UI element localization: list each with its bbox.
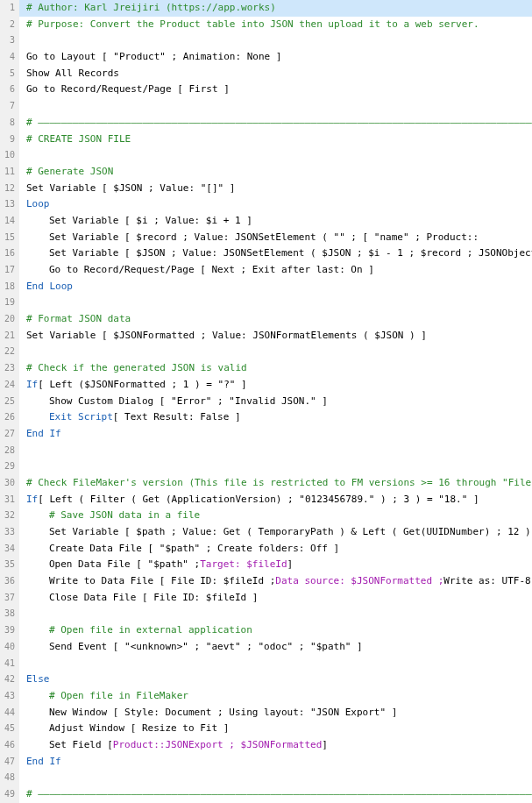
code-line[interactable]: 3 — [0, 32, 532, 49]
code-line[interactable]: 42Else — [0, 672, 532, 688]
code-line[interactable]: 19 — [0, 295, 532, 311]
code-line[interactable]: 41 — [0, 656, 532, 672]
code-line[interactable]: 37Close Data File [ File ID: $fileId ] — [0, 590, 532, 607]
code-line[interactable]: 25Show Custom Dialog [ "Error" ; "Invali… — [0, 394, 532, 410]
code-line[interactable]: 29 — [0, 458, 532, 475]
code-content[interactable] — [19, 458, 532, 475]
code-content[interactable] — [19, 32, 532, 49]
code-content[interactable]: # Open file in FileMaker — [19, 688, 532, 705]
code-content[interactable] — [19, 344, 532, 360]
code-line[interactable]: 2# Purpose: Convert the Product table in… — [0, 17, 532, 33]
code-content[interactable]: Create Data File [ "$path" ; Create fold… — [19, 541, 532, 558]
code-line[interactable]: 11# Generate JSON — [0, 164, 532, 181]
code-line[interactable]: 23# Check if the generated JSON is valid — [0, 360, 532, 377]
code-line[interactable]: 6Go to Record/Request/Page [ First ] — [0, 82, 532, 98]
code-line[interactable]: 28 — [0, 443, 532, 459]
code-line[interactable]: 32# Save JSON data in a file — [0, 508, 532, 524]
code-line[interactable]: 21Set Variable [ $JSONFormatted ; Value:… — [0, 328, 532, 345]
code-line[interactable]: 1# Author: Karl Jreijiri (https://app.wo… — [0, 0, 532, 17]
code-content[interactable]: Set Variable [ $record ; Value: JSONSetE… — [19, 230, 532, 246]
code-content[interactable] — [19, 98, 532, 115]
code-line[interactable]: 31If [ Left ( Filter ( Get (ApplicationV… — [0, 492, 532, 508]
code-content[interactable]: Go to Record/Request/Page [ First ] — [19, 82, 532, 98]
code-content[interactable]: New Window [ Style: Document ; Using lay… — [19, 705, 532, 721]
code-content[interactable]: Set Variable [ $JSON ; Value: JSONSetEle… — [19, 245, 532, 262]
code-line[interactable]: 9# CREATE JSON FILE — [0, 131, 532, 148]
code-content[interactable]: Else — [19, 672, 532, 688]
code-content[interactable]: Open Data File [ "$path" ; Target: $file… — [19, 557, 532, 573]
code-line[interactable]: 43# Open file in FileMaker — [0, 688, 532, 705]
code-line[interactable]: 18End Loop — [0, 279, 532, 295]
code-content[interactable]: # Check if the generated JSON is valid — [19, 360, 532, 377]
code-line[interactable]: 36Write to Data File [ File ID: $fileId … — [0, 573, 532, 590]
code-content[interactable]: # Generate JSON — [19, 164, 532, 181]
code-line[interactable]: 13Loop — [0, 196, 532, 213]
code-content[interactable] — [19, 770, 532, 786]
code-content[interactable]: # Author: Karl Jreijiri (https://app.wor… — [19, 0, 532, 17]
code-line[interactable]: 47End If — [0, 754, 532, 771]
code-content[interactable]: # Check FileMaker's version (This file i… — [19, 475, 532, 492]
code-line[interactable]: 22 — [0, 344, 532, 360]
code-editor[interactable]: 1# Author: Karl Jreijiri (https://app.wo… — [0, 0, 532, 803]
code-line[interactable]: 30# Check FileMaker's version (This file… — [0, 475, 532, 492]
code-content[interactable]: # ——————————————————————————————————————… — [19, 115, 532, 131]
code-line[interactable]: 38 — [0, 606, 532, 622]
code-content[interactable] — [19, 656, 532, 672]
code-content[interactable]: Set Variable [ $i ; Value: $i + 1 ] — [19, 213, 532, 230]
code-line[interactable]: 8# —————————————————————————————————————… — [0, 115, 532, 131]
code-line[interactable]: 48 — [0, 770, 532, 786]
code-content[interactable] — [19, 443, 532, 459]
code-content[interactable]: Set Variable [ $path ; Value: Get ( Temp… — [19, 524, 532, 541]
code-content[interactable]: End If — [19, 426, 532, 443]
code-line[interactable]: 46Set Field [ Product::JSONExport ; $JSO… — [0, 737, 532, 754]
code-content[interactable]: Loop — [19, 196, 532, 213]
code-content[interactable]: Show Custom Dialog [ "Error" ; "Invalid … — [19, 394, 532, 410]
code-content[interactable]: If [ Left ($JSONFormatted ; 1 ) = "?" ] — [19, 377, 532, 394]
code-line[interactable]: 15Set Variable [ $record ; Value: JSONSe… — [0, 230, 532, 246]
code-content[interactable]: If [ Left ( Filter ( Get (ApplicationVer… — [19, 492, 532, 508]
code-line[interactable]: 39# Open file in external application — [0, 622, 532, 639]
code-content[interactable]: # Save JSON data in a file — [19, 508, 532, 524]
code-line[interactable]: 44New Window [ Style: Document ; Using l… — [0, 705, 532, 721]
code-content[interactable]: Go to Layout [ "Product" ; Animation: No… — [19, 49, 532, 66]
code-content[interactable]: Send Event [ "<unknown>" ; "aevt" ; "odo… — [19, 639, 532, 656]
code-line[interactable]: 26Exit Script [ Text Result: False ] — [0, 409, 532, 426]
code-line[interactable]: 40Send Event [ "<unknown>" ; "aevt" ; "o… — [0, 639, 532, 656]
code-segment: New Window [ Style: Document ; Using lay… — [49, 705, 397, 721]
code-line[interactable]: 12Set Variable [ $JSON ; Value: "[]" ] — [0, 181, 532, 197]
code-content[interactable]: # Purpose: Convert the Product table int… — [19, 17, 532, 33]
code-line[interactable]: 33Set Variable [ $path ; Value: Get ( Te… — [0, 524, 532, 541]
code-content[interactable]: Set Variable [ $JSONFormatted ; Value: J… — [19, 328, 532, 345]
code-line[interactable]: 45Adjust Window [ Resize to Fit ] — [0, 721, 532, 737]
code-line[interactable]: 4Go to Layout [ "Product" ; Animation: N… — [0, 49, 532, 66]
code-line[interactable]: 7 — [0, 98, 532, 115]
code-content[interactable]: Adjust Window [ Resize to Fit ] — [19, 721, 532, 737]
code-content[interactable] — [19, 147, 532, 164]
code-line[interactable]: 20# Format JSON data — [0, 311, 532, 328]
code-content[interactable]: # CREATE JSON FILE — [19, 131, 532, 148]
code-content[interactable]: # Open file in external application — [19, 622, 532, 639]
code-content[interactable]: Show All Records — [19, 66, 532, 82]
code-line[interactable]: 27End If — [0, 426, 532, 443]
code-content[interactable]: # ——————————————————————————————————————… — [19, 786, 532, 803]
code-content[interactable] — [19, 295, 532, 311]
code-content[interactable]: Set Variable [ $JSON ; Value: "[]" ] — [19, 181, 532, 197]
code-content[interactable]: Exit Script [ Text Result: False ] — [19, 409, 532, 426]
code-content[interactable]: End Loop — [19, 279, 532, 295]
code-content[interactable]: # Format JSON data — [19, 311, 532, 328]
code-content[interactable]: Close Data File [ File ID: $fileId ] — [19, 590, 532, 607]
code-line[interactable]: 34Create Data File [ "$path" ; Create fo… — [0, 541, 532, 558]
code-content[interactable]: Go to Record/Request/Page [ Next ; Exit … — [19, 262, 532, 279]
code-line[interactable]: 24If [ Left ($JSONFormatted ; 1 ) = "?" … — [0, 377, 532, 394]
code-line[interactable]: 16Set Variable [ $JSON ; Value: JSONSetE… — [0, 245, 532, 262]
code-line[interactable]: 49# ————————————————————————————————————… — [0, 786, 532, 803]
code-content[interactable]: End If — [19, 754, 532, 771]
code-line[interactable]: 10 — [0, 147, 532, 164]
code-line[interactable]: 5Show All Records — [0, 66, 532, 82]
code-line[interactable]: 35Open Data File [ "$path" ; Target: $fi… — [0, 557, 532, 573]
code-content[interactable] — [19, 606, 532, 622]
code-line[interactable]: 14Set Variable [ $i ; Value: $i + 1 ] — [0, 213, 532, 230]
code-content[interactable]: Set Field [ Product::JSONExport ; $JSONF… — [19, 737, 532, 754]
code-content[interactable]: Write to Data File [ File ID: $fileId ; … — [19, 573, 532, 590]
code-line[interactable]: 17Go to Record/Request/Page [ Next ; Exi… — [0, 262, 532, 279]
